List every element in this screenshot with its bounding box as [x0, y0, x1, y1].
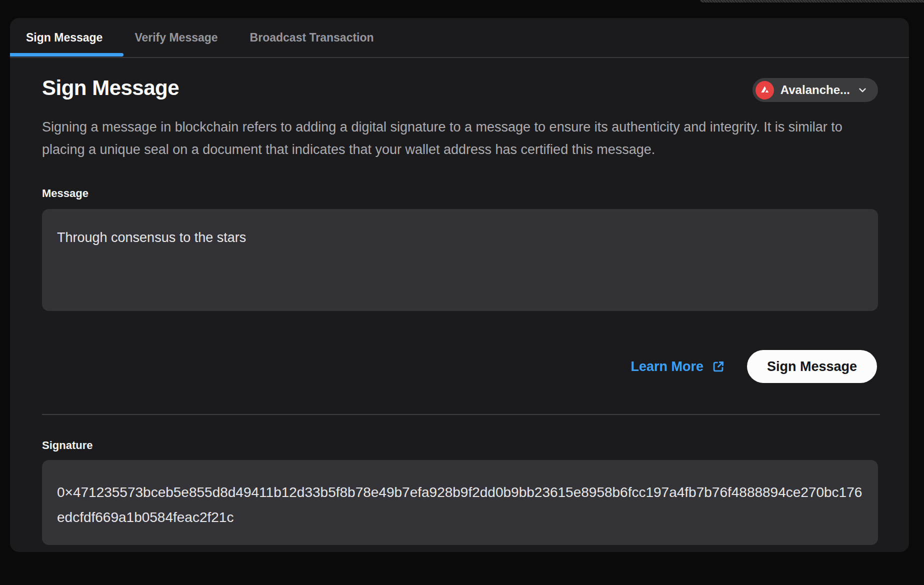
- message-label: Message: [42, 187, 878, 200]
- active-tab-indicator: [10, 53, 124, 56]
- tab-verify-message[interactable]: Verify Message: [134, 31, 218, 44]
- tab-bar: Sign Message Verify Message Broadcast Tr…: [10, 18, 909, 58]
- external-link-icon: [712, 360, 725, 374]
- tab-broadcast-transaction[interactable]: Broadcast Transaction: [250, 31, 374, 44]
- network-name-label: Avalanche...: [780, 83, 850, 97]
- avalanche-logo-icon: [756, 81, 774, 100]
- card-content: Sign Message Avalanche... Signing a mess…: [10, 58, 909, 545]
- signature-label: Signature: [42, 439, 878, 452]
- page-title: Sign Message: [42, 76, 179, 100]
- tab-sign-message[interactable]: Sign Message: [26, 31, 102, 44]
- sign-message-button[interactable]: Sign Message: [747, 350, 877, 383]
- chevron-down-icon: [857, 84, 868, 96]
- actions-row: Learn More Sign Message: [42, 350, 878, 383]
- signature-output: 0×471235573bceb5e855d8d49411b12d33b5f8b7…: [42, 460, 878, 545]
- message-input[interactable]: Through consensus to the stars: [42, 209, 878, 311]
- heading-row: Sign Message Avalanche...: [42, 76, 878, 102]
- section-divider: [42, 414, 880, 415]
- sign-message-card: Sign Message Verify Message Broadcast Tr…: [10, 18, 909, 552]
- learn-more-label: Learn More: [630, 359, 704, 374]
- learn-more-link[interactable]: Learn More: [630, 359, 725, 374]
- description-text: Signing a message in blockchain refers t…: [42, 116, 867, 161]
- network-selector-dropdown[interactable]: Avalanche...: [752, 78, 878, 102]
- window-edge-fragment: [700, 0, 924, 2]
